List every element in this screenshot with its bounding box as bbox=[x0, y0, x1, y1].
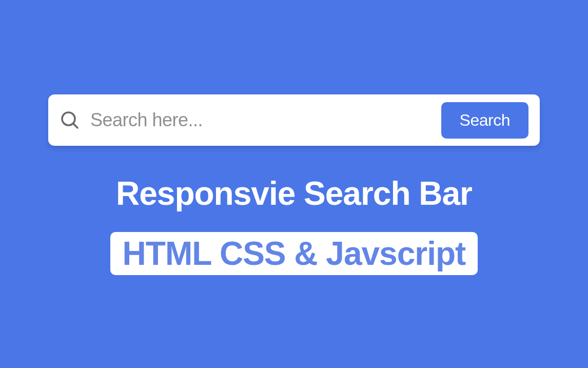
search-icon bbox=[60, 110, 80, 130]
search-bar: Search bbox=[48, 94, 540, 146]
page-subheading: HTML CSS & Javscript bbox=[123, 235, 466, 273]
heading-section: Responsvie Search Bar HTML CSS & Javscri… bbox=[110, 175, 478, 275]
subheading-box: HTML CSS & Javscript bbox=[110, 232, 478, 275]
search-button[interactable]: Search bbox=[441, 102, 528, 139]
page-heading: Responsvie Search Bar bbox=[110, 175, 478, 212]
svg-line-1 bbox=[73, 124, 77, 128]
search-input[interactable] bbox=[90, 109, 441, 131]
